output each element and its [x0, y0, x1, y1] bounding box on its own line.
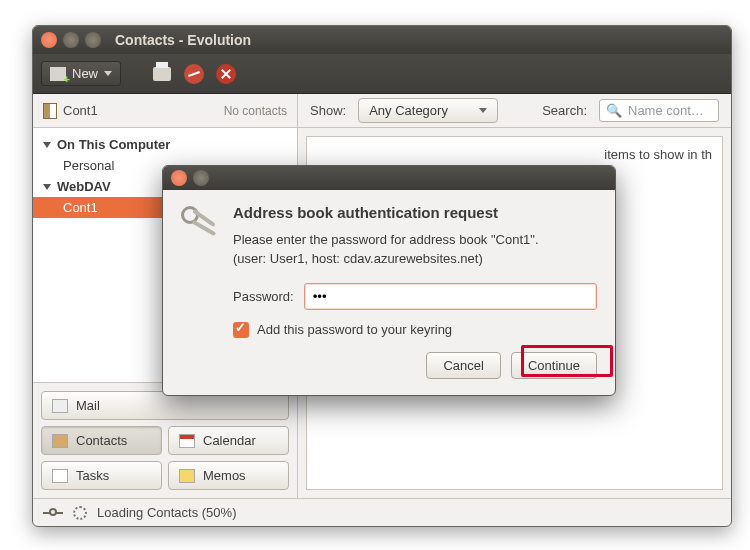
show-label: Show:	[310, 103, 346, 118]
dialog-title: Address book authentication request	[233, 204, 597, 221]
close-circle-icon	[216, 64, 236, 84]
close-icon[interactable]	[171, 170, 187, 186]
online-icon[interactable]	[43, 508, 63, 518]
sidebar-contact-count: No contacts	[224, 104, 287, 118]
keyring-label: Add this password to your keyring	[257, 322, 452, 337]
nav-contacts[interactable]: Contacts	[41, 426, 162, 455]
tasks-icon	[52, 469, 68, 483]
password-input[interactable]	[304, 283, 597, 310]
print-icon	[153, 67, 171, 81]
keyring-checkbox-row[interactable]: Add this password to your keyring	[233, 322, 597, 338]
nav-memos[interactable]: Memos	[168, 461, 289, 490]
addressbook-icon	[43, 103, 57, 119]
search-icon: 🔍	[606, 103, 622, 118]
sidebar-current-book: Cont1	[63, 103, 98, 118]
nav-label: Mail	[76, 398, 100, 413]
window-titlebar: Contacts - Evolution	[33, 26, 731, 54]
print-button[interactable]	[151, 63, 173, 85]
memos-icon	[179, 469, 195, 483]
tree-group-computer[interactable]: On This Computer	[33, 134, 297, 155]
contacts-icon	[52, 434, 68, 448]
tree-group-label: On This Computer	[57, 137, 170, 152]
window-title: Contacts - Evolution	[115, 32, 251, 48]
nav-label: Memos	[203, 468, 246, 483]
search-label: Search:	[542, 103, 587, 118]
password-label: Password:	[233, 289, 294, 304]
minimize-icon[interactable]	[63, 32, 79, 48]
tree-group-label: WebDAV	[57, 179, 111, 194]
continue-button[interactable]: Continue	[511, 352, 597, 379]
nav-calendar[interactable]: Calendar	[168, 426, 289, 455]
category-combo[interactable]: Any Category	[358, 98, 498, 123]
checkbox-checked-icon[interactable]	[233, 322, 249, 338]
delete-button[interactable]	[215, 63, 237, 85]
filter-bar: Show: Any Category Search: 🔍 Name cont…	[298, 94, 731, 128]
nav-label: Calendar	[203, 433, 256, 448]
status-text: Loading Contacts (50%)	[97, 505, 236, 520]
nav-tasks[interactable]: Tasks	[41, 461, 162, 490]
maximize-icon[interactable]	[85, 32, 101, 48]
keys-icon	[179, 204, 219, 244]
close-icon[interactable]	[41, 32, 57, 48]
new-icon	[50, 67, 66, 81]
chevron-down-icon	[479, 108, 487, 113]
new-button-label: New	[72, 66, 98, 81]
category-value: Any Category	[369, 103, 448, 118]
status-bar: Loading Contacts (50%)	[33, 498, 731, 526]
nav-label: Contacts	[76, 433, 127, 448]
main-toolbar: New	[33, 54, 731, 94]
stop-button[interactable]	[183, 63, 205, 85]
dialog-message: Please enter the password for address bo…	[233, 231, 597, 269]
minimize-icon[interactable]	[193, 170, 209, 186]
search-input[interactable]: 🔍 Name cont…	[599, 99, 719, 122]
expand-icon	[43, 142, 51, 148]
tree-item-label: Personal	[63, 158, 114, 173]
auth-dialog: Address book authentication request Plea…	[162, 165, 616, 396]
sidebar-header: Cont1 No contacts	[33, 94, 297, 128]
nav-label: Tasks	[76, 468, 109, 483]
calendar-icon	[179, 434, 195, 448]
dialog-titlebar	[163, 166, 615, 190]
sidebar-nav: Mail Contacts Calendar Tasks Memos	[33, 382, 297, 498]
no-entry-icon	[184, 64, 204, 84]
mail-icon	[52, 399, 68, 413]
cancel-button[interactable]: Cancel	[426, 352, 500, 379]
new-button[interactable]: New	[41, 61, 121, 86]
loading-spinner-icon	[73, 506, 87, 520]
chevron-down-icon	[104, 71, 112, 76]
expand-icon	[43, 184, 51, 190]
search-placeholder: Name cont…	[628, 103, 704, 118]
tree-item-label: Cont1	[63, 200, 98, 215]
